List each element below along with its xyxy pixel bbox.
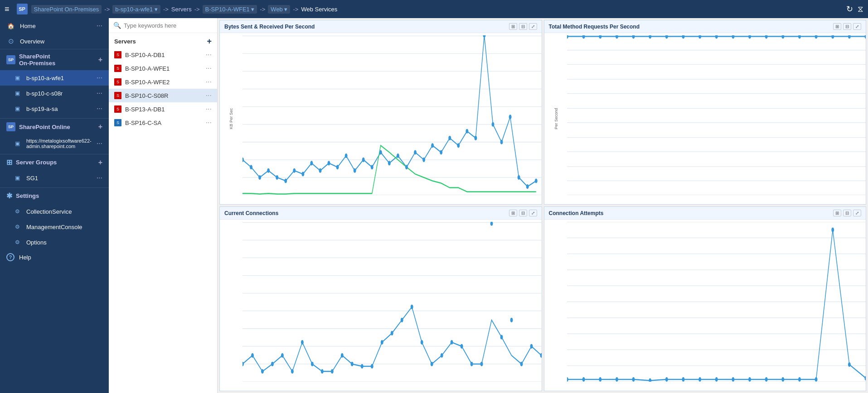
server-more-wfe2[interactable]: ··· bbox=[206, 78, 212, 86]
wfe1-more-icon[interactable]: ··· bbox=[97, 74, 102, 82]
chart-connections-view2[interactable]: ⊟ bbox=[519, 210, 527, 216]
sg1-more-icon[interactable]: ··· bbox=[97, 174, 102, 182]
home-more-icon[interactable]: ··· bbox=[97, 22, 102, 30]
help-icon: ? bbox=[6, 253, 15, 261]
sidebar-item-management[interactable]: ⚙ ManagementConsole bbox=[0, 219, 109, 235]
svg-point-97 bbox=[732, 35, 734, 39]
sp-online-add-icon[interactable]: + bbox=[98, 123, 102, 131]
sidebar-group-sp-online[interactable]: SP SharePoint Online + bbox=[0, 118, 109, 135]
s08r-icon: ▣ bbox=[13, 89, 22, 98]
svg-point-98 bbox=[748, 35, 751, 39]
sidebar-item-metalogix[interactable]: ▣ https://metalogixsoftware622-admin.sha… bbox=[0, 135, 109, 152]
svg-point-29 bbox=[319, 168, 322, 173]
search-input[interactable] bbox=[124, 22, 213, 29]
chart-attempts-view1[interactable]: ⊞ bbox=[833, 210, 841, 216]
metalogix-more-icon[interactable]: ··· bbox=[97, 139, 102, 148]
breadcrumb-sharepoint[interactable]: SharePoint On-Premises bbox=[31, 5, 102, 14]
server-row-s08r[interactable]: S B-SP10-C-S08R ··· bbox=[109, 89, 217, 102]
sidebar-item-s08r[interactable]: ▣ b-sp10-c-s08r ··· bbox=[0, 86, 109, 101]
sidebar-item-wfe1[interactable]: ▣ b-sp10-a-wfe1 ··· bbox=[0, 70, 109, 86]
chart-method-view1[interactable]: ⊞ bbox=[833, 23, 841, 30]
svg-point-211 bbox=[831, 228, 834, 232]
server-row-wfe2[interactable]: S B-SP10-A-WFE2 ··· bbox=[109, 75, 217, 89]
svg-point-103 bbox=[831, 35, 834, 39]
svg-point-155 bbox=[451, 340, 453, 345]
sidebar-group-sp-on-premises[interactable]: SP SharePointOn-Premises + bbox=[0, 49, 109, 70]
metalogix-icon: ▣ bbox=[13, 139, 22, 148]
svg-point-143 bbox=[331, 369, 334, 374]
sp19-more-icon[interactable]: ··· bbox=[97, 105, 102, 113]
server-more-db1-13[interactable]: ··· bbox=[206, 105, 212, 113]
sidebar-item-options[interactable]: ⚙ Options bbox=[0, 235, 109, 250]
server-add-button[interactable]: + bbox=[207, 37, 212, 46]
svg-point-40 bbox=[414, 150, 417, 154]
server-row-wfe1[interactable]: S B-SP10-A-WFE1 ··· bbox=[109, 62, 217, 75]
server-groups-add-icon[interactable]: + bbox=[98, 158, 102, 167]
chart-connections-view1[interactable]: ⊞ bbox=[509, 210, 517, 216]
sidebar-item-help[interactable]: ? Help bbox=[0, 250, 109, 264]
svg-point-28 bbox=[310, 161, 313, 165]
svg-point-139 bbox=[291, 369, 294, 374]
hamburger-icon[interactable]: ≡ bbox=[5, 5, 10, 14]
server-icon-db1-13: S bbox=[114, 105, 121, 113]
breadcrumb-server[interactable]: B-SP10-A-WFE1 ▾ bbox=[203, 5, 257, 14]
svg-point-46 bbox=[466, 129, 468, 134]
svg-point-163 bbox=[530, 344, 533, 349]
svg-point-156 bbox=[461, 344, 463, 349]
server-more-s08r[interactable]: ··· bbox=[206, 91, 212, 100]
svg-point-208 bbox=[781, 377, 784, 382]
chart-method-header: Total Method Requests Per Second ⊞ ⊟ ⤢ bbox=[544, 20, 866, 33]
sidebar-group-server-groups[interactable]: ⊞ Server Groups + bbox=[0, 154, 109, 170]
chart-connections-svg: 0 2 4 6 8 10 12 14 16 18 bbox=[242, 222, 542, 382]
chart-bytes-view2[interactable]: ⊟ bbox=[519, 23, 527, 30]
chart-method-expand[interactable]: ⤢ bbox=[853, 23, 861, 30]
server-more-db1[interactable]: ··· bbox=[206, 51, 212, 59]
chart-bytes-view1[interactable]: ⊞ bbox=[509, 23, 517, 30]
server-row-db1-13[interactable]: S B-SP13-A-DB1 ··· bbox=[109, 102, 217, 116]
server-icon-wfe1: S bbox=[114, 65, 121, 72]
chart-connections-expand[interactable]: ⤢ bbox=[529, 210, 537, 216]
server-more-sa16[interactable]: ··· bbox=[206, 119, 212, 127]
svg-point-50 bbox=[500, 140, 503, 144]
s08r-more-icon[interactable]: ··· bbox=[97, 89, 102, 97]
svg-point-162 bbox=[520, 362, 523, 366]
breadcrumb-wfe1[interactable]: b-sp10-a-wfe1 ▾ bbox=[112, 5, 160, 14]
chart-connections-actions: ⊞ ⊟ ⤢ bbox=[509, 210, 537, 216]
svg-point-158 bbox=[480, 362, 483, 366]
sidebar-group-settings[interactable]: ✱ Settings bbox=[0, 187, 109, 204]
sidebar-item-overview[interactable]: ⊙ Overview bbox=[0, 34, 109, 49]
svg-point-94 bbox=[682, 35, 684, 39]
server-name-sa16: B-SP16-C-SA bbox=[125, 120, 202, 126]
server-row-sa16[interactable]: S B-SP16-C-SA ··· bbox=[109, 116, 217, 129]
refresh-button[interactable]: ↻ bbox=[846, 4, 853, 14]
sidebar-item-collection[interactable]: ⚙ CollectionService bbox=[0, 204, 109, 219]
sidebar-item-sg1[interactable]: ▣ SG1 ··· bbox=[0, 170, 109, 186]
sidebar-item-sp19[interactable]: ▣ b-sp19-a-sa ··· bbox=[0, 101, 109, 116]
svg-point-48 bbox=[483, 35, 486, 38]
svg-point-201 bbox=[665, 377, 668, 382]
sidebar-label-sp-on-premises: SharePointOn-Premises bbox=[19, 53, 55, 67]
svg-point-43 bbox=[440, 150, 442, 154]
chart-method-view2[interactable]: ⊟ bbox=[843, 23, 851, 30]
svg-point-96 bbox=[715, 35, 718, 39]
server-row-db1[interactable]: S B-SP10-A-DB1 ··· bbox=[109, 48, 217, 62]
svg-point-141 bbox=[311, 362, 314, 366]
chart-attempts-expand[interactable]: ⤢ bbox=[853, 210, 861, 216]
svg-point-21 bbox=[250, 165, 252, 169]
sidebar-label-sp-online: SharePoint Online bbox=[19, 124, 70, 130]
svg-point-32 bbox=[345, 153, 348, 158]
chart-connections-header: Current Connections ⊞ ⊟ ⤢ bbox=[220, 207, 542, 220]
server-more-wfe1[interactable]: ··· bbox=[206, 64, 212, 72]
sidebar-label-management: ManagementConsole bbox=[26, 224, 102, 230]
sidebar-item-home[interactable]: 🏠 Home ··· bbox=[0, 18, 109, 34]
chart-attempts-view2[interactable]: ⊟ bbox=[843, 210, 851, 216]
filter-button[interactable]: ⧖ bbox=[858, 5, 863, 14]
breadcrumb-web[interactable]: Web ▾ bbox=[268, 5, 290, 14]
svg-point-90 bbox=[615, 35, 618, 39]
chart-bytes-expand[interactable]: ⤢ bbox=[529, 23, 537, 30]
svg-point-154 bbox=[441, 353, 443, 358]
svg-point-87 bbox=[567, 35, 568, 39]
sp-on-prem-add-icon[interactable]: + bbox=[98, 56, 102, 64]
main-content: Bytes Sent & Received Per Second ⊞ ⊟ ⤢ K… bbox=[218, 18, 868, 393]
server-section-header: Servers + bbox=[109, 33, 217, 48]
